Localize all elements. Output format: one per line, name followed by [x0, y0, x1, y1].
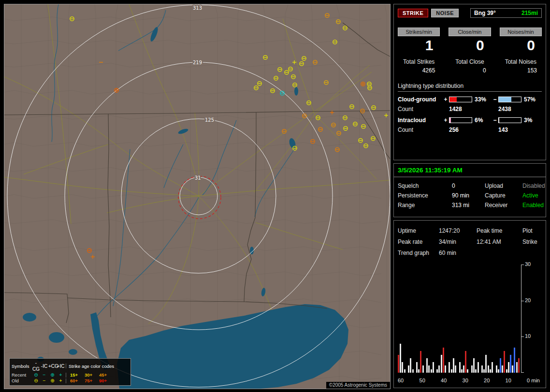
lightning-map[interactable]: 31321912531 Symbols -CG -IC +CG +IC Stri…: [4, 4, 391, 389]
cg-positive-count: 1428: [449, 106, 472, 112]
receiver-value: Enabled: [522, 200, 544, 210]
trend-bar: [459, 362, 461, 373]
ring-label-313: 313: [193, 5, 202, 11]
total-strikes-value: 4265: [398, 67, 440, 74]
trend-bar: [512, 365, 513, 373]
strike-stats-panel: STRIKE NOISE Bng 39° 215mi Strikes/min C…: [393, 4, 546, 160]
noises-per-min-button[interactable]: Noises/min: [500, 28, 542, 36]
legend-symbols-title: Symbols: [12, 363, 32, 369]
trend-bar: [502, 365, 503, 373]
map-svg: 31321912531: [4, 4, 390, 389]
trend-bar: [441, 355, 442, 373]
cg-negative-count: 2438: [498, 106, 521, 112]
total-close-value: 0: [449, 67, 491, 74]
x-axis-label: 0 min: [527, 378, 540, 383]
persistence-label: Persistence: [398, 191, 452, 200]
plus-sign: +: [442, 117, 449, 124]
trend-bar: [418, 369, 420, 373]
trend-bar: [428, 365, 430, 373]
peak-time-label: Peak time: [477, 225, 522, 237]
bearing-value: Bng 39°: [474, 10, 496, 16]
legend-col-cg-pos: +CG: [48, 363, 57, 369]
x-axis-labels: 6050403020100 min: [398, 378, 540, 383]
trend-bar: [504, 351, 505, 373]
trend-bar: [492, 362, 493, 373]
cg-positive-bar: [449, 97, 472, 102]
x-axis-label: 40: [441, 378, 447, 383]
intracloud-label: Intracloud: [398, 117, 442, 124]
upload-label: Upload: [485, 181, 522, 191]
trend-bar: [404, 369, 405, 373]
cg-negative-pct: 57%: [521, 96, 541, 103]
x-axis-label: 20: [484, 378, 490, 383]
trend-bar: [420, 351, 421, 373]
total-strikes-label: Total Strikes: [398, 58, 440, 65]
receiver-label: Receiver: [485, 200, 522, 210]
stats-row: Trend graph 60 min: [398, 248, 542, 259]
x-axis-label: 10: [506, 378, 511, 383]
strikes-per-min-button[interactable]: Strikes/min: [398, 28, 440, 36]
trend-bar: [410, 358, 411, 373]
trend-plot-area: 30 20 10: [398, 265, 521, 373]
legend-header: Symbols -CG -IC +CG +IC Strike age color…: [12, 360, 129, 372]
range-value: 313 mi: [452, 200, 485, 210]
noise-button[interactable]: NOISE: [431, 9, 459, 17]
legend-age-title: Strike age color codes: [69, 363, 113, 369]
trend-bar: [436, 369, 438, 373]
upload-value: Disabled: [522, 181, 545, 191]
y-tick: [521, 372, 524, 373]
peak-rate-value: 34/min: [439, 237, 477, 248]
ic-negative-count: 143: [498, 126, 521, 133]
trend-bar: [496, 365, 497, 373]
legend-col-cg-neg: -CG: [32, 360, 40, 372]
ic-negative-bar: [498, 117, 521, 123]
trend-bar: [508, 362, 509, 373]
bearing-readout: Bng 39° 215mi: [470, 8, 542, 18]
app-window: 31321912531 Symbols -CG -IC +CG +IC Stri…: [0, 0, 550, 392]
strike-marker-cgpos: [361, 82, 365, 86]
total-noises-label: Total Noises: [500, 58, 542, 65]
trend-bar: [465, 351, 466, 373]
trend-bar: [473, 358, 475, 373]
legend-row-old: Old⊖−⊕+60+75+90+: [12, 378, 129, 384]
trend-bar: [453, 358, 454, 373]
strike-marker-cgpos: [115, 88, 118, 92]
status-row: Persistence 90 min Capture Active: [398, 191, 542, 200]
legend-col-ic-pos: +IC: [57, 363, 65, 369]
trend-bar: [500, 358, 501, 373]
strike-button[interactable]: STRIKE: [398, 9, 428, 17]
minus-sign: −: [492, 96, 498, 103]
y-tick: [521, 336, 524, 337]
close-per-min-button[interactable]: Close/min: [449, 28, 491, 36]
x-axis-label: 60: [398, 378, 404, 383]
trend-graph-label: Trend graph: [398, 248, 439, 259]
intracloud-row: Intracloud + 6% − 3%: [398, 117, 542, 124]
ring-label-219: 219: [193, 60, 202, 65]
minus-sign: −: [492, 117, 498, 124]
trend-bar: [481, 365, 483, 373]
trend-bar: [498, 369, 499, 373]
squelch-value: 0: [452, 181, 485, 191]
ic-positive-pct: 6%: [472, 117, 492, 124]
trend-bar: [416, 362, 418, 373]
trend-bar: [488, 365, 489, 373]
trend-bar: [449, 362, 450, 373]
status-row: Squelch 0 Upload Disabled: [398, 181, 542, 191]
trend-bar: [402, 362, 403, 373]
persistence-value: 90 min: [452, 191, 485, 200]
stats-row: Peak rate 34/min 12:41 AM Strike: [398, 237, 542, 248]
uptime-value: 1247:20: [439, 225, 477, 237]
uptime-label: Uptime: [398, 225, 439, 237]
trend-bar: [438, 365, 440, 373]
trend-bar: [445, 365, 446, 373]
trend-bar: [400, 344, 401, 373]
trend-bar: [475, 369, 477, 373]
intracloud-count-row: Count 256 143: [398, 126, 542, 133]
plus-sign: +: [442, 96, 449, 103]
trend-bar: [485, 355, 487, 373]
peak-time-value: 12:41 AM: [477, 237, 522, 248]
x-axis-label: 30: [463, 378, 468, 383]
trend-panel: Uptime 1247:20 Peak time Plot Peak rate …: [393, 220, 546, 388]
trend-bar: [478, 362, 479, 373]
ring-label-31: 31: [195, 175, 201, 181]
